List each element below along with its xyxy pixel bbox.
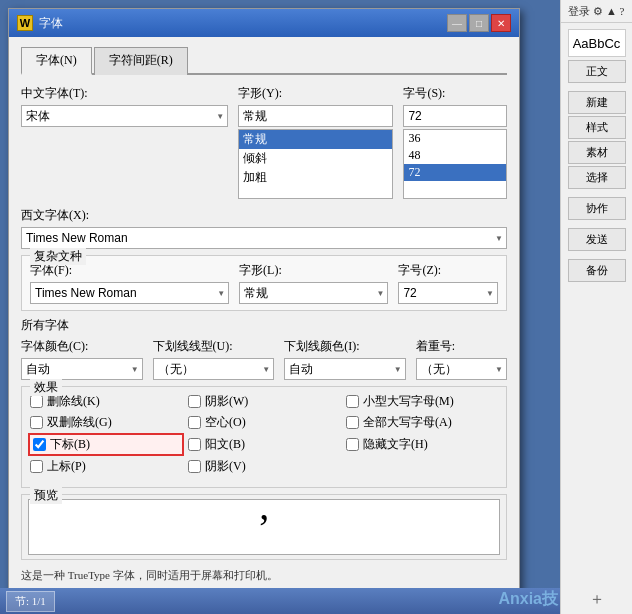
complex-style-select-wrapper: 常规 bbox=[239, 282, 388, 304]
size-label-top: 字号(S): bbox=[403, 85, 507, 102]
effect-double-strike: 双删除线(G) bbox=[30, 414, 182, 431]
emphasis-label: 着重号: bbox=[416, 338, 507, 355]
send-btn[interactable]: 发送 bbox=[568, 228, 626, 251]
close-btn[interactable]: ✕ bbox=[491, 14, 511, 32]
effects-grid: 删除线(K) 阴影(W) 小型大写字母(M) 双删除线(G) 空心(O bbox=[30, 393, 498, 475]
tab-font[interactable]: 字体(N) bbox=[21, 47, 92, 75]
sidebar-plus[interactable]: ＋ bbox=[589, 589, 605, 610]
strikethrough-checkbox[interactable] bbox=[30, 395, 43, 408]
size-group-top: 字号(S): 36 48 72 bbox=[403, 85, 507, 199]
complex-font-select-wrapper: Times New Roman bbox=[30, 282, 229, 304]
underline-color-group: 下划线颜色(I): 自动 bbox=[284, 338, 406, 380]
complex-section-label: 复杂文种 bbox=[30, 248, 86, 265]
backup-btn[interactable]: 备份 bbox=[568, 259, 626, 282]
new-btn[interactable]: 新建 bbox=[568, 91, 626, 114]
preview-box-wrapper: 预览 ’ bbox=[21, 494, 507, 560]
double-strike-label: 双删除线(G) bbox=[47, 414, 112, 431]
all-caps-checkbox[interactable] bbox=[346, 416, 359, 429]
emphasis-select-wrapper: （无） bbox=[416, 358, 507, 380]
subscript-checkbox[interactable] bbox=[33, 438, 46, 451]
minimize-btn[interactable]: — bbox=[447, 14, 467, 32]
style-option-regular[interactable]: 常规 bbox=[239, 130, 392, 149]
taskbar: 节: 1/1 bbox=[0, 588, 560, 614]
complex-font-select[interactable]: Times New Roman bbox=[30, 282, 229, 304]
subscript-label: 下标(B) bbox=[50, 436, 90, 453]
color-underline-row: 字体颜色(C): 自动 下划线线型(U): （无） 下划线颜色(I): bbox=[21, 338, 507, 380]
tab-spacing[interactable]: 字符间距(R) bbox=[94, 47, 188, 75]
dialog-content: 字体(N) 字符间距(R) 中文字体(T): 宋体 字形(Y): 常规 bbox=[9, 37, 519, 614]
small-caps-checkbox[interactable] bbox=[346, 395, 359, 408]
western-font-select[interactable]: Times New Roman bbox=[21, 227, 507, 249]
preview-section: 预览 ’ bbox=[21, 494, 507, 560]
all-caps-label: 全部大写字母(A) bbox=[363, 414, 452, 431]
small-caps-label: 小型大写字母(M) bbox=[363, 393, 454, 410]
complex-style-group: 字形(L): 常规 bbox=[239, 262, 388, 304]
effect-shadow2: 阴影(V) bbox=[188, 458, 340, 475]
sidebar-sample: AaBbCc bbox=[568, 29, 626, 57]
western-font-row: 西文字体(X): Times New Roman bbox=[21, 207, 507, 249]
emboss-checkbox[interactable] bbox=[188, 438, 201, 451]
superscript-label: 上标(P) bbox=[47, 458, 86, 475]
style-btn[interactable]: 样式 bbox=[568, 116, 626, 139]
effect-hidden: 隐藏文字(H) bbox=[346, 435, 498, 454]
style-list[interactable]: 常规 倾斜 加粗 bbox=[238, 129, 393, 199]
chinese-font-group: 中文字体(T): 宋体 bbox=[21, 85, 228, 127]
effects-section: 效果 删除线(K) 阴影(W) 小型大写字母(M) 双删 bbox=[21, 386, 507, 488]
shadow-label: 阴影(W) bbox=[205, 393, 248, 410]
shadow-checkbox[interactable] bbox=[188, 395, 201, 408]
underline-color-select[interactable]: 自动 bbox=[284, 358, 406, 380]
style-option-bold[interactable]: 加粗 bbox=[239, 168, 392, 187]
size-option-36[interactable]: 36 bbox=[404, 130, 506, 147]
material-btn[interactable]: 素材 bbox=[568, 141, 626, 164]
effect-hollow: 空心(O) bbox=[188, 414, 340, 431]
complex-size-select[interactable]: 72 bbox=[398, 282, 498, 304]
underline-style-label: 下划线线型(U): bbox=[153, 338, 275, 355]
maximize-btn[interactable]: □ bbox=[469, 14, 489, 32]
app-icon: W bbox=[17, 15, 33, 31]
all-fonts-label: 所有字体 bbox=[21, 317, 507, 334]
select-btn[interactable]: 选择 bbox=[568, 166, 626, 189]
right-sidebar: 登录 ⚙ ▲ ? AaBbCc 正文 新建 样式 素材 选择 协作 发送 备份 … bbox=[560, 0, 632, 614]
collab-btn[interactable]: 协作 bbox=[568, 197, 626, 220]
complex-size-label: 字号(Z): bbox=[398, 262, 498, 279]
complex-size-select-wrapper: 72 bbox=[398, 282, 498, 304]
color-label: 字体颜色(C): bbox=[21, 338, 143, 355]
hollow-checkbox[interactable] bbox=[188, 416, 201, 429]
taskbar-item[interactable]: 节: 1/1 bbox=[6, 591, 55, 612]
emphasis-select[interactable]: （无） bbox=[416, 358, 507, 380]
chinese-font-label: 中文字体(T): bbox=[21, 85, 228, 102]
western-font-group: 西文字体(X): Times New Roman bbox=[21, 207, 507, 249]
preview-label: 预览 bbox=[30, 487, 62, 504]
shadow2-label: 阴影(V) bbox=[205, 458, 246, 475]
emboss-label: 阳文(B) bbox=[205, 436, 245, 453]
underline-color-select-wrapper: 自动 bbox=[284, 358, 406, 380]
double-strike-checkbox[interactable] bbox=[30, 416, 43, 429]
effects-placeholder bbox=[346, 458, 498, 475]
complex-section: 复杂文种 字体(F): Times New Roman 字形(L): 常规 bbox=[21, 255, 507, 311]
hidden-checkbox[interactable] bbox=[346, 438, 359, 451]
style-group-top: 字形(Y): 常规 倾斜 加粗 bbox=[238, 85, 393, 199]
size-list[interactable]: 36 48 72 bbox=[403, 129, 507, 199]
complex-style-label: 字形(L): bbox=[239, 262, 388, 279]
superscript-checkbox[interactable] bbox=[30, 460, 43, 473]
effects-label: 效果 bbox=[30, 379, 62, 396]
effect-superscript: 上标(P) bbox=[30, 458, 182, 475]
preview-box: ’ bbox=[28, 499, 500, 555]
western-font-select-wrapper: Times New Roman bbox=[21, 227, 507, 249]
underline-style-select[interactable]: （无） bbox=[153, 358, 275, 380]
size-option-48[interactable]: 48 bbox=[404, 147, 506, 164]
sidebar-header: 登录 ⚙ ▲ ? bbox=[561, 4, 632, 23]
underline-color-label: 下划线颜色(I): bbox=[284, 338, 406, 355]
style-option-italic[interactable]: 倾斜 bbox=[239, 149, 392, 168]
complex-style-select[interactable]: 常规 bbox=[239, 282, 388, 304]
chinese-font-select[interactable]: 宋体 bbox=[21, 105, 228, 127]
effect-subscript: 下标(B) bbox=[30, 435, 182, 454]
shadow2-checkbox[interactable] bbox=[188, 460, 201, 473]
size-input-top[interactable] bbox=[403, 105, 507, 127]
dialog-titlebar: W 字体 — □ ✕ bbox=[9, 9, 519, 37]
style-input-top[interactable] bbox=[238, 105, 393, 127]
style-label-top: 字形(Y): bbox=[238, 85, 393, 102]
size-option-72[interactable]: 72 bbox=[404, 164, 506, 181]
color-select[interactable]: 自动 bbox=[21, 358, 143, 380]
western-font-label: 西文字体(X): bbox=[21, 207, 507, 224]
